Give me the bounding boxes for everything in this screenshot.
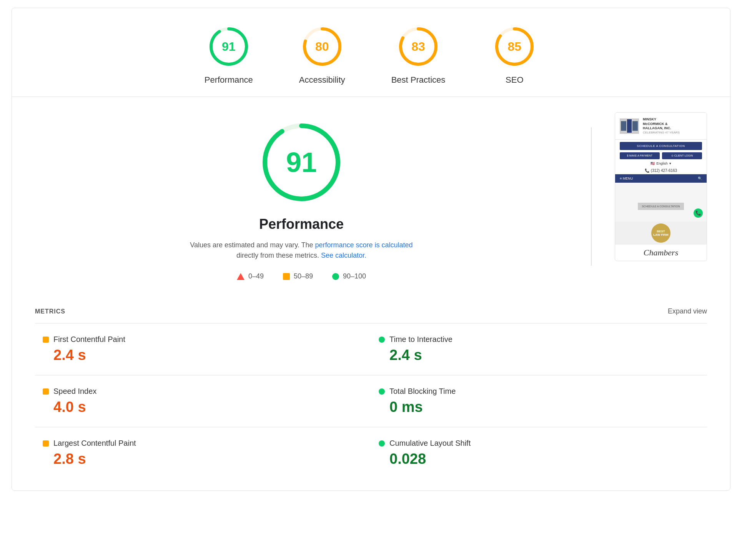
si-label: Speed Index xyxy=(53,387,96,396)
desc-start: Values are estimated and may vary. The xyxy=(190,241,315,249)
lcp-indicator xyxy=(43,440,49,447)
score-accessibility: 80 Accessibility xyxy=(299,23,345,85)
preview-header: MINSKY McCORMICK & HALLAGAN, INC. CELEBR… xyxy=(615,113,707,140)
desc-middle: directly from these metrics. xyxy=(236,252,321,259)
legend-average: 50–89 xyxy=(283,272,313,280)
main-card: 91 Performance 80 Accessibility xyxy=(12,8,730,491)
metric-si-header: Speed Index xyxy=(43,387,363,396)
preview-hero: SCHEDULE A CONSULTATION 📞 xyxy=(615,183,707,222)
preview-menu-bar: ≡ MENU 🔍 xyxy=(615,174,707,183)
preview-language: 🇺🇸 English ▾ xyxy=(615,162,707,165)
metric-tbt: Total Blocking Time 0 ms xyxy=(371,375,707,427)
performance-circle: 91 xyxy=(206,23,252,70)
cls-indicator xyxy=(379,440,385,447)
average-range: 50–89 xyxy=(294,272,313,280)
metric-tbt-header: Total Blocking Time xyxy=(379,387,699,396)
metrics-grid: First Contentful Paint 2.4 s Time to Int… xyxy=(35,323,707,479)
cls-label: Cumulative Layout Shift xyxy=(389,439,471,448)
metric-lcp: Largest Contentful Paint 2.8 s xyxy=(35,427,371,479)
average-icon xyxy=(283,273,290,280)
tti-value: 2.4 s xyxy=(389,347,699,363)
preview-login-btn: ⊙ CLIENT LOGIN xyxy=(662,152,702,159)
big-performance-value: 91 xyxy=(286,147,317,178)
calculator-link[interactable]: See calculator. xyxy=(321,252,366,259)
legend-pass: 90–100 xyxy=(332,272,366,280)
expand-view-button[interactable]: Expand view xyxy=(668,307,707,315)
cls-value: 0.028 xyxy=(389,451,699,467)
si-indicator xyxy=(43,388,49,395)
lcp-label: Largest Contentful Paint xyxy=(53,439,136,448)
pass-range: 90–100 xyxy=(343,272,366,280)
si-value: 4.0 s xyxy=(53,399,363,415)
preview-payment-btn: $ MAKE A PAYMENT xyxy=(620,152,660,159)
metric-lcp-header: Largest Contentful Paint xyxy=(43,439,363,448)
tti-label: Time to Interactive xyxy=(389,335,453,344)
perf-score-link[interactable]: performance score is calculated xyxy=(315,241,413,249)
left-panel: 91 Performance Values are estimated and … xyxy=(35,112,568,280)
svg-rect-12 xyxy=(632,121,638,131)
preview-awards: BESTLAW FIRM xyxy=(615,222,707,245)
scores-row: 91 Performance 80 Accessibility xyxy=(12,8,730,97)
fcp-indicator xyxy=(43,337,49,343)
best-practices-score-label: Best Practices xyxy=(391,75,446,85)
performance-title: Performance xyxy=(259,216,344,232)
fail-range: 0–49 xyxy=(248,272,264,280)
score-legend: 0–49 50–89 90–100 xyxy=(237,272,366,280)
tbt-indicator xyxy=(379,388,385,395)
metric-cls: Cumulative Layout Shift 0.028 xyxy=(371,427,707,479)
big-performance-circle: 91 xyxy=(259,120,344,205)
performance-score-value: 91 xyxy=(222,40,236,54)
tbt-label: Total Blocking Time xyxy=(389,387,456,396)
fail-icon xyxy=(237,273,245,280)
best-practices-circle: 83 xyxy=(395,23,441,70)
fcp-label: First Contentful Paint xyxy=(53,335,125,344)
preview-hero-btn: SCHEDULE A CONSULTATION xyxy=(638,203,684,210)
seo-circle: 85 xyxy=(491,23,537,70)
metric-fcp-header: First Contentful Paint xyxy=(43,335,363,344)
metrics-title: METRICS xyxy=(35,308,65,315)
metric-cls-header: Cumulative Layout Shift xyxy=(379,439,699,448)
score-seo: 85 SEO xyxy=(491,23,537,85)
accessibility-score-value: 80 xyxy=(315,40,329,54)
preview-consultation-btn: SCHEDULE A CONSULTATION xyxy=(620,142,702,150)
logo-placeholder xyxy=(620,118,639,134)
performance-score-label: Performance xyxy=(205,75,253,85)
main-content: 91 Performance Values are estimated and … xyxy=(12,97,730,296)
pass-icon xyxy=(332,273,339,280)
best-practices-score-value: 83 xyxy=(411,40,425,54)
vertical-divider xyxy=(591,127,592,266)
svg-rect-10 xyxy=(621,121,626,131)
firm-name: MINSKY McCORMICK & HALLAGAN, INC. CELEBR… xyxy=(643,117,680,135)
tbt-value: 0 ms xyxy=(389,399,699,415)
preview-chambers-text: Chambers xyxy=(615,245,707,261)
preview-float-btn: 📞 xyxy=(694,208,703,218)
metric-tti: Time to Interactive 2.4 s xyxy=(371,323,707,375)
accessibility-circle: 80 xyxy=(299,23,345,70)
svg-rect-11 xyxy=(627,119,632,133)
score-best-practices: 83 Best Practices xyxy=(391,23,446,85)
tti-indicator xyxy=(379,337,385,343)
legend-fail: 0–49 xyxy=(237,272,264,280)
lcp-value: 2.8 s xyxy=(53,451,363,467)
metric-tti-header: Time to Interactive xyxy=(379,335,699,344)
score-performance: 91 Performance xyxy=(205,23,253,85)
metric-si: Speed Index 4.0 s xyxy=(35,375,371,427)
site-preview: MINSKY McCORMICK & HALLAGAN, INC. CELEBR… xyxy=(615,112,707,261)
metrics-section: METRICS Expand view First Contentful Pai… xyxy=(12,296,730,490)
metrics-header: METRICS Expand view xyxy=(35,307,707,315)
seo-score-value: 85 xyxy=(507,40,521,54)
fcp-value: 2.4 s xyxy=(53,347,363,363)
accessibility-score-label: Accessibility xyxy=(299,75,345,85)
preview-phone: 📞 (312) 427-6163 xyxy=(615,167,707,174)
performance-description: Values are estimated and may vary. The p… xyxy=(190,240,413,261)
seo-score-label: SEO xyxy=(506,75,523,85)
metric-fcp: First Contentful Paint 2.4 s xyxy=(35,323,371,375)
preview-action-btns: $ MAKE A PAYMENT ⊙ CLIENT LOGIN xyxy=(620,152,702,159)
